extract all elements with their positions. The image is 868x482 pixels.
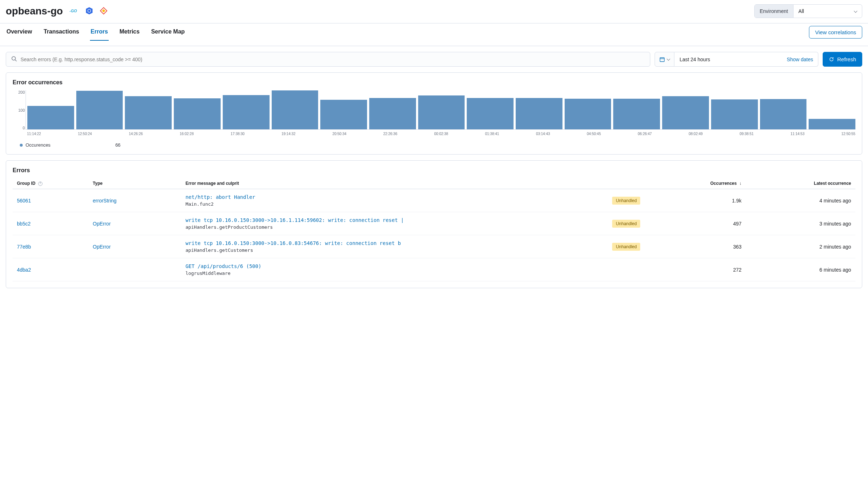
error-type-link[interactable]: OpError [93, 221, 111, 227]
chart-bar[interactable] [662, 96, 709, 129]
col-group-id[interactable]: Group ID [13, 178, 89, 189]
svg-marker-4 [102, 9, 105, 12]
unhandled-badge: Unhandled [612, 243, 640, 251]
chart-bar[interactable] [516, 98, 562, 129]
chart-bar[interactable] [76, 91, 123, 129]
col-latest[interactable]: Latest occurrence [746, 178, 855, 189]
environment-selector[interactable]: Environment All [754, 4, 862, 18]
table-row: bb5c2OpErrorwrite tcp 10.16.0.150:3000->… [13, 212, 855, 235]
error-message-link[interactable]: net/http: abort Handler [185, 194, 606, 200]
tab-errors[interactable]: Errors [90, 23, 109, 41]
date-range-picker[interactable]: Last 24 hours Show dates [655, 52, 818, 67]
chart-bar[interactable] [27, 106, 74, 129]
chart-bar[interactable] [565, 99, 611, 129]
chart-bar[interactable] [809, 119, 855, 129]
table-row: 77e8bOpErrorwrite tcp 10.16.0.150:3000->… [13, 235, 855, 258]
chart-panel: Error occurrences 2001000 11:14:2212:50:… [6, 72, 862, 155]
svg-text:-GO: -GO [69, 9, 77, 13]
refresh-button[interactable]: Refresh [823, 52, 862, 67]
error-culprit: apiHandlers.getCustomers [185, 247, 606, 253]
chart-bar[interactable] [125, 96, 172, 129]
refresh-icon [829, 57, 834, 62]
error-message-link[interactable]: write tcp 10.16.0.150:3000->10.16.1.114:… [185, 217, 606, 223]
chart-bar[interactable] [467, 98, 514, 129]
tab-transactions[interactable]: Transactions [43, 23, 80, 41]
chevron-down-icon [854, 9, 858, 13]
go-icon: -GO [69, 8, 79, 14]
tab-overview[interactable]: Overview [6, 23, 33, 41]
latest-occurrence-value: 2 minutes ago [746, 235, 855, 258]
svg-point-5 [12, 57, 15, 60]
svg-marker-1 [86, 7, 92, 14]
x-axis-ticks: 11:14:2212:50:2414:26:2616:02:2817:38:30… [27, 132, 855, 136]
show-dates-link[interactable]: Show dates [787, 57, 813, 62]
time-range-value: Last 24 hours [679, 57, 710, 62]
chart-bar[interactable] [174, 98, 221, 129]
error-message-link[interactable]: write tcp 10.16.0.150:3000->10.16.0.83:5… [185, 240, 606, 246]
search-input[interactable] [21, 57, 645, 62]
table-row: 56061errorStringnet/http: abort HandlerM… [13, 189, 855, 212]
y-axis-ticks: 2001000 [13, 90, 25, 130]
latest-occurrence-value: 6 minutes ago [746, 258, 855, 281]
chart-bar[interactable] [711, 99, 758, 129]
occurrences-value: 497 [645, 212, 746, 235]
calendar-icon [659, 57, 665, 62]
service-icons: -GO [69, 7, 108, 16]
chart-bar[interactable] [272, 90, 318, 129]
search-icon [11, 56, 17, 63]
error-culprit: Main.func2 [185, 201, 606, 207]
tab-service-map[interactable]: Service Map [150, 23, 185, 41]
legend-value: 66 [115, 142, 120, 148]
group-id-link[interactable]: 4dba2 [17, 267, 31, 273]
col-message[interactable]: Error message and culprit [181, 178, 645, 189]
environment-value: All [799, 8, 804, 14]
unhandled-badge: Unhandled [612, 220, 640, 228]
errors-title: Errors [13, 167, 855, 174]
search-bar[interactable] [6, 52, 650, 67]
info-icon[interactable] [38, 182, 42, 186]
group-id-link[interactable]: 56061 [17, 198, 31, 204]
table-row: 4dba2GET /api/products/6 (500)logrusMidd… [13, 258, 855, 281]
chart-legend: Occurences 66 [13, 142, 855, 148]
svg-line-6 [15, 60, 17, 61]
error-culprit: logrusMiddleware [185, 271, 640, 276]
chart-bar[interactable] [320, 100, 367, 129]
latest-occurrence-value: 3 minutes ago [746, 212, 855, 235]
occurrences-value: 1.9k [645, 189, 746, 212]
tab-metrics[interactable]: Metrics [119, 23, 140, 41]
unhandled-badge: Unhandled [612, 197, 640, 205]
legend-label: Occurences [26, 142, 50, 148]
chart-title: Error occurrences [13, 79, 855, 86]
chart-bar[interactable] [760, 99, 807, 129]
environment-label: Environment [755, 5, 794, 18]
errors-panel: Errors Group ID Type Error message and c… [6, 160, 862, 288]
latest-occurrence-value: 4 minutes ago [746, 189, 855, 212]
header: opbeans-go -GO Environment All [0, 0, 868, 18]
error-culprit: apiHandlers.getProductCustomers [185, 224, 606, 230]
refresh-label: Refresh [837, 56, 856, 62]
tabs: OverviewTransactionsErrorsMetricsService… [6, 23, 185, 41]
calendar-button[interactable] [655, 52, 674, 67]
bar-chart [26, 90, 855, 130]
chart-bar[interactable] [369, 98, 416, 129]
group-id-link[interactable]: bb5c2 [17, 221, 31, 227]
error-type-link[interactable]: errorString [93, 198, 117, 204]
chart-bar[interactable] [418, 95, 465, 129]
sort-desc-icon: ↓ [740, 181, 742, 186]
occurrences-value: 272 [645, 258, 746, 281]
errors-table: Group ID Type Error message and culprit … [13, 178, 855, 281]
chart-bar[interactable] [223, 95, 270, 129]
cloud-provider-icon [100, 7, 108, 16]
kubernetes-icon [85, 7, 93, 16]
col-type[interactable]: Type [89, 178, 181, 189]
col-occurrences[interactable]: Occurrences ↓ [645, 178, 746, 189]
legend-dot-icon [20, 144, 23, 147]
chevron-down-icon [667, 57, 670, 61]
error-type-link[interactable]: OpError [93, 244, 111, 250]
view-correlations-button[interactable]: View correlations [809, 26, 862, 39]
svg-rect-7 [660, 58, 664, 62]
chart-bar[interactable] [613, 99, 660, 129]
group-id-link[interactable]: 77e8b [17, 244, 31, 250]
occurrences-value: 363 [645, 235, 746, 258]
error-message-link[interactable]: GET /api/products/6 (500) [185, 263, 640, 269]
